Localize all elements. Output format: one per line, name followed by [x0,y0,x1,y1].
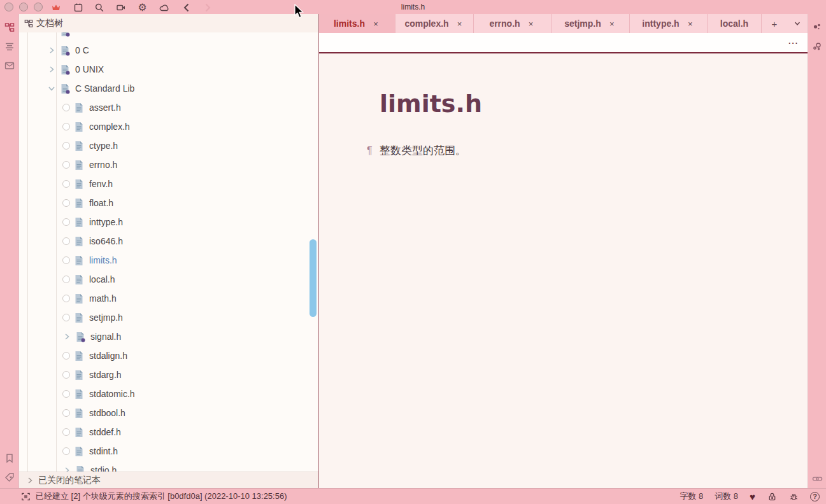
app-body: 文档树 0 C0 UNIXC Standard Libassert.hcompl… [0,14,826,488]
tree-item-stdarg.h[interactable]: stdarg.h [19,365,318,384]
highlights-icon[interactable] [811,22,823,33]
tree-item-label: stdarg.h [89,370,122,380]
tree-item-float.h[interactable]: float.h [19,193,318,213]
tree-item-inttype.h[interactable]: inttype.h [19,213,318,232]
note-bullet-icon[interactable] [62,409,70,417]
bug-icon[interactable] [788,491,799,501]
tree-item-setjmp.h[interactable]: setjmp.h [19,308,318,327]
tab-label: errno.h [489,18,520,29]
chevron-right-icon[interactable] [47,46,56,55]
tree-item-label: stdalign.h [89,351,127,361]
new-tab-button[interactable]: + [762,14,787,33]
tree-item-0 C[interactable]: 0 C [19,41,318,60]
note-bullet-icon[interactable] [62,123,70,130]
note-bullet-icon[interactable] [62,390,70,398]
note-bullet-icon[interactable] [62,142,70,150]
paragraph-mark-icon: ¶ [367,145,380,157]
tag-icon[interactable] [4,472,15,483]
tab-complex.h[interactable]: complex.h× [395,14,474,33]
document-icon [74,370,84,381]
tab-errno.h[interactable]: errno.h× [474,14,552,33]
lock-icon[interactable] [767,491,777,501]
note-title[interactable]: limits.h [367,90,782,118]
tree-item-C Standard Lib[interactable]: C Standard Lib [19,79,318,98]
note-bullet-icon[interactable] [62,161,70,169]
tree-item-ctype.h[interactable]: ctype.h [19,136,318,155]
chevron-right-icon[interactable] [62,466,71,472]
bookmark-icon[interactable] [4,452,15,464]
document-icon [74,236,84,247]
tab-inttype.h[interactable]: inttype.h× [630,14,708,33]
tab-close-icon[interactable]: × [527,19,536,29]
chevron-right-icon[interactable] [62,332,71,341]
tab-local.h[interactable]: local.h [708,14,762,33]
tree-item-errno.h[interactable]: errno.h [19,155,318,174]
tree-item-label: setjmp.h [89,312,123,323]
note-bullet-icon[interactable] [62,218,70,226]
document-icon [74,446,84,457]
note-toolbar: ⋯ [319,33,808,53]
tree-scrollbar-thumb[interactable] [310,239,317,317]
heart-icon[interactable]: ♥ [750,491,755,502]
mail-icon[interactable] [4,60,15,71]
document-icon [74,141,84,151]
tree-item-stdalign.h[interactable]: stdalign.h [19,346,318,365]
tree-item-stdint.h[interactable]: stdint.h [19,442,318,461]
tree-item-signal.h[interactable]: signal.h [19,327,318,346]
document-icon [74,351,84,361]
tree-item-label: 0 C [75,45,89,55]
tab-list-dropdown-icon[interactable] [787,14,807,33]
tree-item-partial[interactable] [19,32,318,41]
tree-item-assert.h[interactable]: assert.h [19,98,318,117]
document-tree-panel: 文档树 0 C0 UNIXC Standard Libassert.hcompl… [19,14,319,488]
note-bullet-icon[interactable] [62,428,70,436]
note-paragraph[interactable]: ¶ 整数类型的范围。 [367,143,782,158]
help-icon[interactable]: ? [810,492,820,501]
tab-setjmp.h[interactable]: setjmp.h× [552,14,630,33]
chevron-down-icon[interactable] [47,84,56,93]
note-bullet-icon[interactable] [62,447,70,455]
note-content[interactable]: limits.h ¶ 整数类型的范围。 [319,53,808,488]
tree-item-stdbool.h[interactable]: stdbool.h [19,403,318,423]
link-map-icon[interactable] [811,41,823,52]
document-tree-icon[interactable] [4,22,15,33]
tree-item-local.h[interactable]: local.h [19,270,318,289]
tree-item-label: stdio.h [90,465,117,472]
note-bullet-icon[interactable] [62,256,70,264]
status-message: 已经建立 [2] 个块级元素的搜索索引 [b0dfd0a] (2022-10-1… [36,491,287,502]
more-options-icon[interactable]: ⋯ [788,37,799,49]
tab-close-icon[interactable]: × [686,19,695,29]
tree-scroll-area[interactable]: 0 C0 UNIXC Standard Libassert.hcomplex.h… [19,32,318,472]
note-bullet-icon[interactable] [62,295,70,302]
tab-close-icon[interactable]: × [371,19,380,29]
tab-close-icon[interactable]: × [608,19,616,29]
tree-item-complex.h[interactable]: complex.h [19,117,318,136]
backlinks-icon[interactable] [808,473,826,484]
chevron-right-icon[interactable] [47,65,56,74]
tree-item-0 UNIX[interactable]: 0 UNIX [19,60,318,79]
note-bullet-icon[interactable] [62,371,70,379]
tree-item-iso646.h[interactable]: iso646.h [19,232,318,251]
tree-panel-header: 文档树 [19,14,318,32]
note-bullet-icon[interactable] [62,199,70,207]
tree-item-stddef.h[interactable]: stddef.h [19,423,318,442]
char-count: 字数 8 [680,491,703,502]
tree-item-stdio.h[interactable]: stdio.h [19,461,318,472]
tree-item-label: ctype.h [89,141,118,151]
note-bullet-icon[interactable] [62,314,70,321]
tree-item-stdatomic.h[interactable]: stdatomic.h [19,384,318,403]
tree-item-limits.h[interactable]: limits.h [19,251,318,270]
closed-notebooks-section[interactable]: 已关闭的笔记本 [19,472,318,488]
tab-close-icon[interactable]: × [455,19,464,29]
tab-limits.h[interactable]: limits.h× [319,14,395,33]
note-bullet-icon[interactable] [62,352,70,360]
note-paragraph-text: 整数类型的范围。 [380,143,466,158]
tree-item-fenv.h[interactable]: fenv.h [19,174,318,193]
outline-icon[interactable] [4,41,15,52]
note-bullet-icon[interactable] [62,237,70,245]
tree-item-math.h[interactable]: math.h [19,289,318,308]
note-bullet-icon[interactable] [62,180,70,188]
note-bullet-icon[interactable] [62,276,70,283]
status-right-group: 字数 8 词数 8 ♥ ? [680,491,826,502]
note-bullet-icon[interactable] [62,104,70,111]
